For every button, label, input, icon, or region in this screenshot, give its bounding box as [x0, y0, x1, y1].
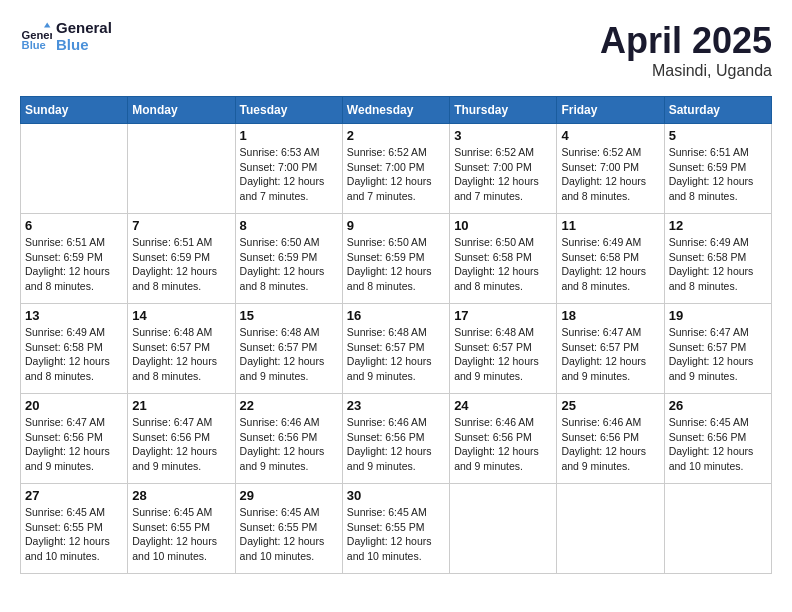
weekday-header: Saturday	[664, 97, 771, 124]
day-info: Sunrise: 6:48 AMSunset: 6:57 PMDaylight:…	[240, 325, 338, 384]
day-info: Sunrise: 6:52 AMSunset: 7:00 PMDaylight:…	[347, 145, 445, 204]
day-number: 30	[347, 488, 445, 503]
calendar-cell: 15Sunrise: 6:48 AMSunset: 6:57 PMDayligh…	[235, 304, 342, 394]
page-header: General Blue General Blue April 2025 Mas…	[20, 20, 772, 80]
calendar-cell: 6Sunrise: 6:51 AMSunset: 6:59 PMDaylight…	[21, 214, 128, 304]
calendar-cell	[21, 124, 128, 214]
day-info: Sunrise: 6:50 AMSunset: 6:59 PMDaylight:…	[347, 235, 445, 294]
day-number: 6	[25, 218, 123, 233]
calendar-cell: 4Sunrise: 6:52 AMSunset: 7:00 PMDaylight…	[557, 124, 664, 214]
day-info: Sunrise: 6:49 AMSunset: 6:58 PMDaylight:…	[669, 235, 767, 294]
day-info: Sunrise: 6:46 AMSunset: 6:56 PMDaylight:…	[561, 415, 659, 474]
calendar-cell: 13Sunrise: 6:49 AMSunset: 6:58 PMDayligh…	[21, 304, 128, 394]
day-number: 25	[561, 398, 659, 413]
week-row: 13Sunrise: 6:49 AMSunset: 6:58 PMDayligh…	[21, 304, 772, 394]
day-number: 21	[132, 398, 230, 413]
day-number: 9	[347, 218, 445, 233]
week-row: 6Sunrise: 6:51 AMSunset: 6:59 PMDaylight…	[21, 214, 772, 304]
day-number: 16	[347, 308, 445, 323]
calendar-cell: 8Sunrise: 6:50 AMSunset: 6:59 PMDaylight…	[235, 214, 342, 304]
week-row: 1Sunrise: 6:53 AMSunset: 7:00 PMDaylight…	[21, 124, 772, 214]
calendar-cell: 27Sunrise: 6:45 AMSunset: 6:55 PMDayligh…	[21, 484, 128, 574]
calendar-cell: 14Sunrise: 6:48 AMSunset: 6:57 PMDayligh…	[128, 304, 235, 394]
day-info: Sunrise: 6:45 AMSunset: 6:55 PMDaylight:…	[240, 505, 338, 564]
svg-marker-2	[44, 22, 50, 27]
calendar-cell	[450, 484, 557, 574]
day-number: 12	[669, 218, 767, 233]
calendar-cell: 18Sunrise: 6:47 AMSunset: 6:57 PMDayligh…	[557, 304, 664, 394]
day-number: 27	[25, 488, 123, 503]
day-info: Sunrise: 6:51 AMSunset: 6:59 PMDaylight:…	[669, 145, 767, 204]
day-info: Sunrise: 6:49 AMSunset: 6:58 PMDaylight:…	[561, 235, 659, 294]
calendar-cell: 17Sunrise: 6:48 AMSunset: 6:57 PMDayligh…	[450, 304, 557, 394]
day-info: Sunrise: 6:47 AMSunset: 6:57 PMDaylight:…	[561, 325, 659, 384]
calendar-header: SundayMondayTuesdayWednesdayThursdayFrid…	[21, 97, 772, 124]
day-number: 29	[240, 488, 338, 503]
month-title: April 2025	[600, 20, 772, 62]
day-number: 13	[25, 308, 123, 323]
day-number: 19	[669, 308, 767, 323]
calendar-cell	[664, 484, 771, 574]
day-number: 28	[132, 488, 230, 503]
calendar-cell: 21Sunrise: 6:47 AMSunset: 6:56 PMDayligh…	[128, 394, 235, 484]
day-number: 2	[347, 128, 445, 143]
day-info: Sunrise: 6:46 AMSunset: 6:56 PMDaylight:…	[454, 415, 552, 474]
day-number: 23	[347, 398, 445, 413]
calendar-cell: 30Sunrise: 6:45 AMSunset: 6:55 PMDayligh…	[342, 484, 449, 574]
day-info: Sunrise: 6:45 AMSunset: 6:55 PMDaylight:…	[347, 505, 445, 564]
logo: General Blue General Blue	[20, 20, 112, 53]
day-info: Sunrise: 6:47 AMSunset: 6:56 PMDaylight:…	[132, 415, 230, 474]
day-number: 7	[132, 218, 230, 233]
calendar-cell: 29Sunrise: 6:45 AMSunset: 6:55 PMDayligh…	[235, 484, 342, 574]
day-number: 15	[240, 308, 338, 323]
calendar-cell: 12Sunrise: 6:49 AMSunset: 6:58 PMDayligh…	[664, 214, 771, 304]
day-info: Sunrise: 6:45 AMSunset: 6:55 PMDaylight:…	[25, 505, 123, 564]
day-number: 3	[454, 128, 552, 143]
day-info: Sunrise: 6:46 AMSunset: 6:56 PMDaylight:…	[347, 415, 445, 474]
day-number: 14	[132, 308, 230, 323]
calendar-cell: 20Sunrise: 6:47 AMSunset: 6:56 PMDayligh…	[21, 394, 128, 484]
day-number: 11	[561, 218, 659, 233]
day-number: 17	[454, 308, 552, 323]
logo-icon: General Blue	[20, 21, 52, 53]
calendar-cell: 28Sunrise: 6:45 AMSunset: 6:55 PMDayligh…	[128, 484, 235, 574]
day-number: 8	[240, 218, 338, 233]
calendar-cell: 24Sunrise: 6:46 AMSunset: 6:56 PMDayligh…	[450, 394, 557, 484]
day-info: Sunrise: 6:47 AMSunset: 6:56 PMDaylight:…	[25, 415, 123, 474]
day-number: 5	[669, 128, 767, 143]
logo-blue: Blue	[56, 37, 112, 54]
calendar-cell: 3Sunrise: 6:52 AMSunset: 7:00 PMDaylight…	[450, 124, 557, 214]
day-info: Sunrise: 6:50 AMSunset: 6:58 PMDaylight:…	[454, 235, 552, 294]
svg-text:Blue: Blue	[22, 39, 46, 51]
calendar-cell: 11Sunrise: 6:49 AMSunset: 6:58 PMDayligh…	[557, 214, 664, 304]
weekday-header: Tuesday	[235, 97, 342, 124]
day-number: 18	[561, 308, 659, 323]
calendar-cell: 19Sunrise: 6:47 AMSunset: 6:57 PMDayligh…	[664, 304, 771, 394]
calendar-cell: 9Sunrise: 6:50 AMSunset: 6:59 PMDaylight…	[342, 214, 449, 304]
day-info: Sunrise: 6:45 AMSunset: 6:55 PMDaylight:…	[132, 505, 230, 564]
day-info: Sunrise: 6:51 AMSunset: 6:59 PMDaylight:…	[132, 235, 230, 294]
weekday-header: Thursday	[450, 97, 557, 124]
day-info: Sunrise: 6:45 AMSunset: 6:56 PMDaylight:…	[669, 415, 767, 474]
week-row: 20Sunrise: 6:47 AMSunset: 6:56 PMDayligh…	[21, 394, 772, 484]
day-info: Sunrise: 6:46 AMSunset: 6:56 PMDaylight:…	[240, 415, 338, 474]
day-number: 10	[454, 218, 552, 233]
weekday-header: Wednesday	[342, 97, 449, 124]
calendar-cell: 16Sunrise: 6:48 AMSunset: 6:57 PMDayligh…	[342, 304, 449, 394]
calendar-cell: 22Sunrise: 6:46 AMSunset: 6:56 PMDayligh…	[235, 394, 342, 484]
day-number: 1	[240, 128, 338, 143]
week-row: 27Sunrise: 6:45 AMSunset: 6:55 PMDayligh…	[21, 484, 772, 574]
calendar-cell: 1Sunrise: 6:53 AMSunset: 7:00 PMDaylight…	[235, 124, 342, 214]
day-number: 24	[454, 398, 552, 413]
logo-general: General	[56, 20, 112, 37]
calendar-table: SundayMondayTuesdayWednesdayThursdayFrid…	[20, 96, 772, 574]
day-number: 20	[25, 398, 123, 413]
day-number: 22	[240, 398, 338, 413]
day-number: 4	[561, 128, 659, 143]
calendar-cell	[128, 124, 235, 214]
calendar-cell: 5Sunrise: 6:51 AMSunset: 6:59 PMDaylight…	[664, 124, 771, 214]
calendar-cell: 26Sunrise: 6:45 AMSunset: 6:56 PMDayligh…	[664, 394, 771, 484]
day-info: Sunrise: 6:48 AMSunset: 6:57 PMDaylight:…	[347, 325, 445, 384]
day-info: Sunrise: 6:53 AMSunset: 7:00 PMDaylight:…	[240, 145, 338, 204]
day-info: Sunrise: 6:51 AMSunset: 6:59 PMDaylight:…	[25, 235, 123, 294]
